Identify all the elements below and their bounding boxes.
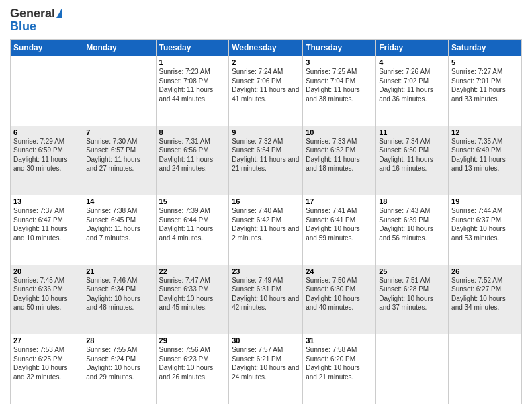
- calendar-cell: 12Sunrise: 7:35 AM Sunset: 6:49 PM Dayli…: [449, 126, 522, 195]
- day-info: Sunrise: 7:40 AM Sunset: 6:42 PM Dayligh…: [232, 206, 300, 242]
- day-info: Sunrise: 7:58 AM Sunset: 6:20 PM Dayligh…: [306, 345, 373, 381]
- calendar-cell: 20Sunrise: 7:45 AM Sunset: 6:36 PM Dayli…: [11, 265, 83, 334]
- column-header-friday: Friday: [376, 40, 449, 56]
- day-number: 4: [379, 58, 445, 66]
- day-number: 16: [232, 197, 300, 205]
- day-number: 15: [159, 197, 226, 205]
- calendar-cell: 26Sunrise: 7:52 AM Sunset: 6:27 PM Dayli…: [449, 265, 522, 334]
- day-info: Sunrise: 7:38 AM Sunset: 6:45 PM Dayligh…: [86, 206, 152, 242]
- calendar-cell: 2Sunrise: 7:24 AM Sunset: 7:06 PM Daylig…: [229, 56, 303, 126]
- day-number: 12: [451, 128, 519, 136]
- day-info: Sunrise: 7:29 AM Sunset: 6:59 PM Dayligh…: [13, 137, 80, 173]
- day-number: 26: [451, 267, 519, 275]
- day-number: 14: [86, 197, 152, 205]
- day-info: Sunrise: 7:53 AM Sunset: 6:25 PM Dayligh…: [13, 345, 80, 381]
- calendar-cell: 31Sunrise: 7:58 AM Sunset: 6:20 PM Dayli…: [303, 334, 376, 404]
- column-header-thursday: Thursday: [303, 40, 376, 56]
- day-info: Sunrise: 7:50 AM Sunset: 6:30 PM Dayligh…: [306, 276, 373, 312]
- calendar-cell: 13Sunrise: 7:37 AM Sunset: 6:47 PM Dayli…: [11, 195, 83, 265]
- column-header-tuesday: Tuesday: [156, 40, 229, 56]
- day-info: Sunrise: 7:31 AM Sunset: 6:56 PM Dayligh…: [159, 137, 226, 173]
- logo-blue: Blue: [10, 19, 36, 34]
- day-info: Sunrise: 7:56 AM Sunset: 6:23 PM Dayligh…: [159, 345, 226, 381]
- calendar-week-row: 27Sunrise: 7:53 AM Sunset: 6:25 PM Dayli…: [11, 334, 522, 404]
- day-number: 13: [13, 197, 80, 205]
- calendar-cell: 19Sunrise: 7:44 AM Sunset: 6:37 PM Dayli…: [449, 195, 522, 265]
- day-number: 18: [379, 197, 445, 205]
- day-number: 6: [13, 128, 80, 136]
- calendar-cell: 18Sunrise: 7:43 AM Sunset: 6:39 PM Dayli…: [376, 195, 449, 265]
- day-info: Sunrise: 7:33 AM Sunset: 6:52 PM Dayligh…: [306, 137, 373, 173]
- calendar-cell: 16Sunrise: 7:40 AM Sunset: 6:42 PM Dayli…: [229, 195, 303, 265]
- day-info: Sunrise: 7:49 AM Sunset: 6:31 PM Dayligh…: [232, 276, 300, 312]
- calendar-cell: 8Sunrise: 7:31 AM Sunset: 6:56 PM Daylig…: [156, 126, 229, 195]
- day-number: 28: [86, 336, 152, 345]
- calendar-header-row: SundayMondayTuesdayWednesdayThursdayFrid…: [11, 40, 522, 56]
- calendar-cell: 7Sunrise: 7:30 AM Sunset: 6:57 PM Daylig…: [83, 126, 156, 195]
- column-header-saturday: Saturday: [449, 40, 522, 56]
- day-info: Sunrise: 7:43 AM Sunset: 6:39 PM Dayligh…: [379, 206, 445, 242]
- day-info: Sunrise: 7:47 AM Sunset: 6:33 PM Dayligh…: [159, 276, 226, 312]
- day-number: 23: [232, 267, 300, 275]
- calendar-cell: 9Sunrise: 7:32 AM Sunset: 6:54 PM Daylig…: [229, 126, 303, 195]
- day-info: Sunrise: 7:39 AM Sunset: 6:44 PM Dayligh…: [159, 206, 226, 242]
- day-info: Sunrise: 7:46 AM Sunset: 6:34 PM Dayligh…: [86, 276, 152, 312]
- calendar-cell: 1Sunrise: 7:23 AM Sunset: 7:08 PM Daylig…: [156, 56, 229, 126]
- column-header-monday: Monday: [83, 40, 156, 56]
- calendar-week-row: 13Sunrise: 7:37 AM Sunset: 6:47 PM Dayli…: [11, 195, 522, 265]
- day-info: Sunrise: 7:32 AM Sunset: 6:54 PM Dayligh…: [232, 137, 300, 173]
- header: General Blue: [10, 7, 522, 34]
- day-info: Sunrise: 7:44 AM Sunset: 6:37 PM Dayligh…: [451, 206, 519, 242]
- calendar-cell: 11Sunrise: 7:34 AM Sunset: 6:50 PM Dayli…: [376, 126, 449, 195]
- calendar-cell: 28Sunrise: 7:55 AM Sunset: 6:24 PM Dayli…: [83, 334, 156, 404]
- day-info: Sunrise: 7:35 AM Sunset: 6:49 PM Dayligh…: [451, 137, 519, 173]
- logo: General Blue: [10, 7, 62, 34]
- day-number: 1: [159, 58, 226, 66]
- day-number: 30: [232, 336, 300, 345]
- day-info: Sunrise: 7:37 AM Sunset: 6:47 PM Dayligh…: [13, 206, 80, 242]
- calendar-cell: [449, 334, 522, 404]
- day-number: 20: [13, 267, 80, 275]
- day-number: 24: [306, 267, 373, 275]
- day-number: 2: [232, 58, 300, 66]
- calendar-cell: [83, 56, 156, 126]
- day-info: Sunrise: 7:34 AM Sunset: 6:50 PM Dayligh…: [379, 137, 445, 173]
- calendar-page: General Blue SundayMondayTuesdayWednesda…: [0, 0, 532, 411]
- calendar-cell: 22Sunrise: 7:47 AM Sunset: 6:33 PM Dayli…: [156, 265, 229, 334]
- calendar-table: SundayMondayTuesdayWednesdayThursdayFrid…: [10, 39, 522, 404]
- day-info: Sunrise: 7:52 AM Sunset: 6:27 PM Dayligh…: [451, 276, 519, 312]
- day-info: Sunrise: 7:55 AM Sunset: 6:24 PM Dayligh…: [86, 345, 152, 381]
- day-info: Sunrise: 7:23 AM Sunset: 7:08 PM Dayligh…: [159, 67, 226, 103]
- calendar-cell: 3Sunrise: 7:25 AM Sunset: 7:04 PM Daylig…: [303, 56, 376, 126]
- calendar-cell: 14Sunrise: 7:38 AM Sunset: 6:45 PM Dayli…: [83, 195, 156, 265]
- day-number: 29: [159, 336, 226, 345]
- day-info: Sunrise: 7:51 AM Sunset: 6:28 PM Dayligh…: [379, 276, 445, 312]
- calendar-cell: 10Sunrise: 7:33 AM Sunset: 6:52 PM Dayli…: [303, 126, 376, 195]
- day-info: Sunrise: 7:24 AM Sunset: 7:06 PM Dayligh…: [232, 67, 300, 103]
- calendar-cell: 5Sunrise: 7:27 AM Sunset: 7:01 PM Daylig…: [449, 56, 522, 126]
- calendar-cell: 23Sunrise: 7:49 AM Sunset: 6:31 PM Dayli…: [229, 265, 303, 334]
- logo-general: General: [10, 7, 55, 21]
- calendar-cell: 6Sunrise: 7:29 AM Sunset: 6:59 PM Daylig…: [11, 126, 83, 195]
- day-info: Sunrise: 7:45 AM Sunset: 6:36 PM Dayligh…: [13, 276, 80, 312]
- calendar-cell: 24Sunrise: 7:50 AM Sunset: 6:30 PM Dayli…: [303, 265, 376, 334]
- calendar-week-row: 6Sunrise: 7:29 AM Sunset: 6:59 PM Daylig…: [11, 126, 522, 195]
- day-info: Sunrise: 7:25 AM Sunset: 7:04 PM Dayligh…: [306, 67, 373, 103]
- day-number: 7: [86, 128, 152, 136]
- calendar-cell: 29Sunrise: 7:56 AM Sunset: 6:23 PM Dayli…: [156, 334, 229, 404]
- day-number: 9: [232, 128, 300, 136]
- day-number: 25: [379, 267, 445, 275]
- calendar-cell: 21Sunrise: 7:46 AM Sunset: 6:34 PM Dayli…: [83, 265, 156, 334]
- calendar-week-row: 1Sunrise: 7:23 AM Sunset: 7:08 PM Daylig…: [11, 56, 522, 126]
- day-info: Sunrise: 7:26 AM Sunset: 7:02 PM Dayligh…: [379, 67, 445, 103]
- day-number: 3: [306, 58, 373, 66]
- calendar-cell: 17Sunrise: 7:41 AM Sunset: 6:41 PM Dayli…: [303, 195, 376, 265]
- day-info: Sunrise: 7:27 AM Sunset: 7:01 PM Dayligh…: [451, 67, 519, 103]
- day-number: 5: [451, 58, 519, 66]
- day-number: 31: [306, 336, 373, 345]
- calendar-cell: [11, 56, 83, 126]
- day-number: 11: [379, 128, 445, 136]
- day-number: 27: [13, 336, 80, 345]
- calendar-cell: 30Sunrise: 7:57 AM Sunset: 6:21 PM Dayli…: [229, 334, 303, 404]
- logo-triangle-icon: [56, 7, 62, 18]
